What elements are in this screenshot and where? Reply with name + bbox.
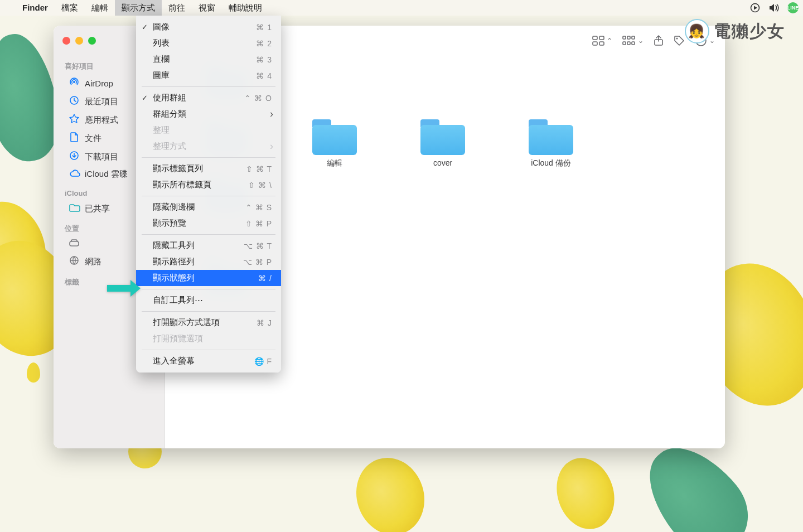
view-mode-button[interactable]: ⌃	[592, 36, 612, 46]
folder-name: cover	[433, 158, 452, 167]
menu-shortcut: ⇧ ⌘ \	[248, 181, 272, 190]
menu-item-label: 直欄	[153, 54, 170, 65]
menu-shortcut: ⌥ ⌘ T	[244, 241, 272, 250]
menu-item-label: 打開顯示方式選項	[153, 317, 220, 328]
menu-item[interactable]: 顯示預覽⇧ ⌘ P	[136, 215, 281, 231]
svg-point-18	[676, 37, 678, 39]
menu-item[interactable]: ✓使用群組⌃ ⌘ O	[136, 90, 281, 106]
menu-item[interactable]: 顯示所有標籤頁⇧ ⌘ \	[136, 177, 281, 193]
menu-shortcut: ⌘ 1	[256, 23, 272, 32]
svg-marker-1	[754, 6, 757, 10]
menu-item-label: 打開預覽選項	[153, 333, 203, 344]
menu-item-label: 顯示預覽	[153, 218, 186, 229]
view-menu-dropdown: ✓圖像⌘ 1列表⌘ 2直欄⌘ 3圖庫⌘ 4✓使用群組⌃ ⌘ O群組分類整理整理方…	[136, 16, 281, 373]
menubar-item-help[interactable]: 輔助說明	[222, 0, 269, 16]
fullscreen-button[interactable]	[88, 37, 96, 45]
menu-separator	[142, 86, 275, 87]
menu-item-label: 整理	[153, 125, 170, 136]
menu-item[interactable]: 直欄⌘ 3	[136, 51, 281, 67]
menu-separator	[142, 196, 275, 196]
menubar: Finder 檔案 編輯 顯示方式 前往 視窗 輔助說明 LINE	[0, 0, 803, 16]
menubar-app-name[interactable]: Finder	[16, 0, 55, 16]
menu-shortcut: ⇧ ⌘ T	[246, 165, 272, 173]
cloud-icon	[69, 170, 79, 180]
menu-item: 整理	[136, 122, 281, 138]
menu-item[interactable]: 列表⌘ 2	[136, 35, 281, 51]
menu-item[interactable]: 自訂工具列⋯	[136, 292, 281, 308]
menu-item: 打開預覽選項	[136, 331, 281, 347]
menubar-item-file[interactable]: 檔案	[55, 0, 85, 16]
menu-separator	[142, 157, 275, 158]
menu-item[interactable]: 顯示狀態列⌘ /	[136, 270, 281, 286]
menu-shortcut: ⌃ ⌘ S	[245, 203, 272, 212]
share-button[interactable]	[654, 35, 664, 46]
play-circle-icon[interactable]	[749, 2, 761, 13]
menu-shortcut: ⌘ 3	[256, 55, 272, 64]
menu-item-label: 圖像	[153, 22, 170, 32]
menu-item-label: 隱藏工具列	[153, 240, 195, 251]
tag-button[interactable]	[674, 35, 685, 46]
folder-name: iCloud 備份	[531, 158, 571, 168]
menu-item[interactable]: 圖庫⌘ 4	[136, 67, 281, 84]
checkmark-icon: ✓	[142, 94, 148, 102]
menubar-item-view[interactable]: 顯示方式	[115, 0, 162, 16]
menubar-item-go[interactable]: 前往	[162, 0, 192, 16]
menu-shortcut: ⌥ ⌘ P	[243, 258, 272, 267]
apps-icon	[69, 114, 79, 126]
menu-shortcut: ⌘ /	[258, 274, 272, 283]
menu-shortcut: ⌃ ⌘ O	[244, 94, 272, 103]
clock-icon	[69, 95, 79, 108]
svg-rect-7	[593, 36, 597, 40]
menu-item-label: 隱藏側邊欄	[153, 202, 195, 212]
line-icon[interactable]: LINE	[787, 2, 799, 13]
doc-icon	[69, 132, 79, 144]
menu-item[interactable]: 群組分類	[136, 106, 281, 122]
menu-shortcut: ⇧ ⌘ P	[245, 219, 272, 228]
svg-rect-14	[623, 42, 626, 45]
svg-rect-15	[627, 42, 630, 45]
menu-item[interactable]: 打開顯示方式選項⌘ J	[136, 315, 281, 331]
menu-item[interactable]: 隱藏工具列⌥ ⌘ T	[136, 238, 281, 254]
network-icon	[69, 255, 79, 268]
folder-icon	[420, 119, 465, 155]
airdrop-icon	[69, 77, 79, 89]
disk-icon	[69, 239, 79, 249]
folder-icon	[529, 119, 573, 155]
menu-item-label: 群組分類	[153, 109, 186, 119]
menu-separator	[142, 311, 275, 312]
menubar-right: LINE	[749, 2, 803, 13]
svg-rect-16	[632, 42, 635, 45]
svg-rect-5	[70, 241, 79, 246]
menu-item-label: 顯示標籤頁列	[153, 163, 203, 174]
menu-item-label: 使用群組	[153, 93, 186, 103]
menubar-item-edit[interactable]: 編輯	[85, 0, 115, 16]
watermark: 👧 電獺少女	[685, 19, 785, 43]
menu-item[interactable]: 顯示路徑列⌥ ⌘ P	[136, 254, 281, 270]
menubar-item-window[interactable]: 視窗	[192, 0, 222, 16]
menu-item-label: 整理方式	[153, 141, 186, 152]
folder-item[interactable]: 編輯	[301, 119, 368, 168]
menu-separator	[142, 350, 275, 350]
checkmark-icon: ✓	[142, 23, 148, 31]
menu-item-label: 自訂工具列⋯	[153, 295, 203, 306]
menu-shortcut: ⌘ J	[257, 318, 272, 327]
menu-item: 整理方式	[136, 138, 281, 154]
shared-icon	[69, 203, 79, 214]
svg-rect-12	[627, 36, 630, 39]
menu-item[interactable]: 顯示標籤頁列⇧ ⌘ T	[136, 161, 281, 177]
folder-item[interactable]: cover	[409, 119, 476, 168]
menu-item[interactable]: ✓圖像⌘ 1	[136, 19, 281, 35]
annotation-arrow	[106, 279, 142, 298]
folder-item[interactable]: iCloud 備份	[517, 119, 584, 168]
svg-rect-11	[623, 36, 626, 39]
menu-item[interactable]: 進入全螢幕🌐 F	[136, 353, 281, 369]
minimize-button[interactable]	[75, 37, 83, 45]
menu-item[interactable]: 隱藏側邊欄⌃ ⌘ S	[136, 199, 281, 215]
group-mode-button[interactable]: ⌄	[622, 36, 644, 46]
svg-rect-13	[632, 36, 635, 39]
close-button[interactable]	[62, 37, 70, 45]
menu-separator	[142, 234, 275, 235]
svg-point-2	[73, 81, 75, 83]
volume-icon[interactable]	[768, 2, 780, 13]
svg-rect-9	[593, 42, 597, 45]
